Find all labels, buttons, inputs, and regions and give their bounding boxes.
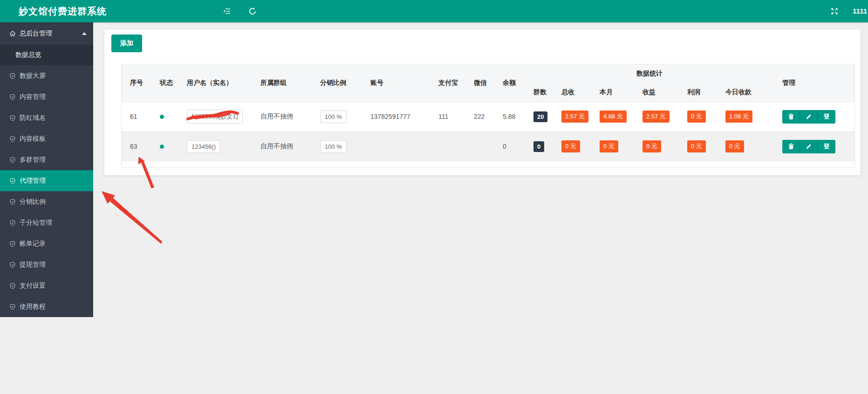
sidebar-item-label: 防红域名 [20,114,46,122]
sidebar-item-label: 内容管理 [20,93,46,101]
refresh-icon[interactable] [248,7,257,15]
cell-profit: 0 元 [679,131,717,161]
cell-total: 2.57 元 [553,102,591,131]
shield-check-icon [9,199,16,205]
cell-manage: 登 [774,102,855,131]
cell-group: 自用不抽佣 [252,102,312,131]
pencil-icon [806,143,812,150]
cell-status [151,102,178,131]
collapse-sidebar-icon[interactable] [223,7,231,15]
sidebar-item-data-overview[interactable]: 数据总览 [0,45,93,65]
cell-balance: 0 [494,131,525,161]
col-income: 收益 [634,83,679,102]
sidebar-item-label: 提现管理 [20,261,46,269]
login-as-button[interactable]: 登 [818,110,835,124]
caret-up-icon [82,32,87,35]
sidebar-item-label: 数据大屏 [20,72,46,80]
cell-wechat [465,131,494,161]
shield-check-icon [9,241,16,247]
month-badge: 0 元 [600,140,618,152]
shield-check-icon [9,304,16,310]
cell-today: 1.08 元 [717,102,774,131]
col-profit: 利润 [679,83,717,102]
sidebar-item-label: 支付设置 [20,282,46,290]
user-badge[interactable]: 1111 [853,0,867,22]
total-badge: 2.57 元 [561,111,588,123]
shield-check-icon [9,220,16,226]
home-icon [9,30,16,37]
col-seq: 序号 [122,64,151,102]
income-badge: 2.57 元 [642,111,670,123]
groups-badge: 20 [533,111,547,122]
delete-button[interactable] [782,110,800,124]
sidebar-item-content-manage[interactable]: 内容管理 [0,86,93,107]
trash-icon [788,113,794,120]
col-alipay: 支付宝 [430,64,465,102]
sidebar-item-commission-ratio[interactable]: 分销比例 [0,191,93,212]
cell-income: 2.57 元 [634,102,679,131]
col-manage: 管理 [774,64,855,102]
col-today: 今日收款 [717,83,774,102]
shield-check-icon [9,178,16,184]
col-group: 所属群组 [252,64,312,102]
delete-button[interactable] [782,140,800,153]
annotation-arrow-sidebar-icon [102,191,162,244]
table-row: 63 123456() 自用不抽佣 100 % 0 0 0 元 0 元 0 元 … [122,131,855,161]
sidebar-item-tutorial[interactable]: 使用教程 [0,296,93,317]
cell-alipay: 111 [430,102,465,131]
edit-button[interactable] [800,140,818,153]
income-badge: 0 元 [642,140,661,152]
cell-group: 自用不抽佣 [252,131,312,161]
col-balance: 余额 [494,64,525,102]
sidebar-item-content-template[interactable]: 内容模板 [0,128,93,149]
cell-balance: 5.88 [494,102,525,131]
cell-seq: 61 [122,102,151,131]
sidebar-item-admin-root[interactable]: 总后台管理 [0,22,93,45]
content-card: 添加 序号 状态 用户名（实名） 所属群组 分销比例 账号 支付宝 [104,29,861,175]
cell-status [151,131,178,161]
cell-account [362,131,430,161]
sidebar-item-bill-record[interactable]: 帐单记录 [0,233,93,254]
cell-account: 13782591777 [362,102,430,131]
cell-ratio: 100 % [312,131,362,161]
sidebar-item-multi-group[interactable]: 多群管理 [0,149,93,170]
sidebar-item-label: 分销比例 [20,198,46,206]
app-header: 妙文馆付费进群系统 1111 [0,0,868,22]
shield-check-icon [9,73,16,79]
cell-profit: 0 元 [679,102,717,131]
col-stats-group: 数据统计 [525,64,774,83]
cell-month: 0 元 [591,131,634,161]
username-input[interactable]: 13855556(妙文1) [187,110,243,124]
col-ratio: 分销比例 [312,64,362,102]
cell-manage: 登 [774,131,855,161]
edit-button[interactable] [800,110,818,124]
sidebar-item-label: 代理管理 [20,177,46,185]
sidebar-item-substation-manage[interactable]: 子分站管理 [0,212,93,233]
sidebar-item-withdraw-manage[interactable]: 提现管理 [0,254,93,275]
cell-seq: 63 [122,131,151,161]
col-username: 用户名（实名） [178,64,252,102]
shield-check-icon [9,94,16,100]
shield-check-icon [9,262,16,268]
app-title: 妙文馆付费进群系统 [19,0,107,22]
sidebar-item-label: 总后台管理 [20,29,82,38]
sidebar-item-antired-domain[interactable]: 防红域名 [0,107,93,128]
sidebar-item-payment-settings[interactable]: 支付设置 [0,275,93,296]
status-dot [160,145,164,149]
sidebar-item-label: 数据总览 [15,51,41,59]
username-input[interactable]: 123456() [187,140,220,153]
col-total: 总收 [553,83,591,102]
shield-check-icon [9,157,16,163]
login-as-button[interactable]: 登 [818,140,835,153]
add-button[interactable]: 添加 [111,35,142,52]
fullscreen-icon[interactable] [830,7,839,15]
ratio-input[interactable]: 100 % [320,111,347,123]
col-month: 本月 [591,83,634,102]
sidebar-item-agent-manage[interactable]: 代理管理 [0,170,93,191]
cell-total: 0 元 [553,131,591,161]
ratio-input[interactable]: 100 % [320,140,347,153]
cell-alipay [430,131,465,161]
sidebar-item-data-screen[interactable]: 数据大屏 [0,65,93,86]
cell-month: 4.88 元 [591,102,634,131]
status-dot [160,115,164,119]
